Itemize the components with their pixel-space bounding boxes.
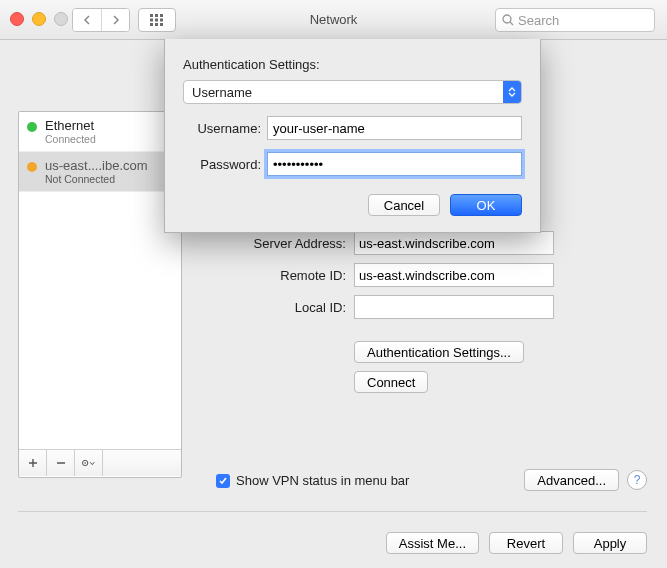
search-field[interactable]: Search: [495, 8, 655, 32]
connection-buttons: Authentication Settings... Connect: [354, 341, 647, 393]
svg-rect-1: [155, 14, 158, 17]
svg-rect-4: [155, 19, 158, 22]
server-address-label: Server Address:: [196, 236, 354, 251]
interface-name: us-east....ibe.com: [45, 158, 148, 173]
close-window-button[interactable]: [10, 12, 24, 26]
svg-rect-3: [150, 19, 153, 22]
status-dot-icon: [27, 122, 37, 132]
password-row: Password:: [183, 152, 522, 176]
local-id-row: Local ID:: [196, 295, 647, 319]
vpn-status-checkbox[interactable]: [216, 474, 230, 488]
window-title: Network: [310, 12, 358, 27]
remove-interface-button[interactable]: [47, 450, 75, 476]
help-button[interactable]: ?: [627, 470, 647, 490]
local-id-input[interactable]: [354, 295, 554, 319]
vpn-status-checkbox-row: Show VPN status in menu bar: [216, 473, 409, 488]
remote-id-label: Remote ID:: [196, 268, 354, 283]
server-address-row: Server Address:: [196, 231, 647, 255]
advanced-row: Advanced... ?: [524, 469, 647, 491]
dropdown-arrows-icon: [503, 81, 521, 103]
window: { "window": { "title": "Network" }, "sea…: [0, 0, 667, 568]
cancel-button[interactable]: Cancel: [368, 194, 440, 216]
vpn-status-label: Show VPN status in menu bar: [236, 473, 409, 488]
show-all-button[interactable]: [138, 8, 176, 32]
svg-point-12: [84, 462, 86, 464]
interface-name: Ethernet: [45, 118, 96, 133]
username-row: Username:: [183, 116, 522, 140]
grid-icon: [150, 14, 164, 26]
remote-id-row: Remote ID:: [196, 263, 647, 287]
svg-rect-5: [160, 19, 163, 22]
remote-id-input[interactable]: [354, 263, 554, 287]
password-label: Password:: [183, 157, 267, 172]
svg-line-10: [510, 22, 513, 25]
authentication-settings-sheet: Authentication Settings: Username Userna…: [164, 39, 541, 233]
search-icon: [502, 14, 514, 26]
svg-rect-7: [155, 23, 158, 26]
window-controls: [10, 12, 68, 26]
ok-button[interactable]: OK: [450, 194, 522, 216]
sheet-title: Authentication Settings:: [183, 57, 522, 72]
plus-icon: [28, 458, 38, 468]
chevron-left-icon: [83, 15, 91, 25]
svg-rect-6: [150, 23, 153, 26]
chevron-right-icon: [112, 15, 120, 25]
minimize-window-button[interactable]: [32, 12, 46, 26]
forward-button[interactable]: [101, 9, 129, 31]
local-id-label: Local ID:: [196, 300, 354, 315]
svg-point-9: [503, 15, 511, 23]
interface-status: Not Connected: [45, 173, 148, 185]
auth-method-dropdown[interactable]: Username: [183, 80, 522, 104]
minus-icon: [56, 458, 66, 468]
gear-dropdown-icon: [81, 457, 96, 469]
server-address-input[interactable]: [354, 231, 554, 255]
auth-method-selected: Username: [184, 85, 503, 100]
apply-button[interactable]: Apply: [573, 532, 647, 554]
zoom-window-button[interactable]: [54, 12, 68, 26]
assist-me-button[interactable]: Assist Me...: [386, 532, 479, 554]
svg-rect-0: [150, 14, 153, 17]
interface-list: Ethernet Connected us-east....ibe.com No…: [19, 112, 181, 449]
username-input[interactable]: [267, 116, 522, 140]
back-forward-segment: [72, 8, 130, 32]
search-placeholder: Search: [518, 13, 559, 28]
connect-button[interactable]: Connect: [354, 371, 428, 393]
bottom-button-bar: Assist Me... Revert Apply: [386, 532, 647, 554]
interface-status: Connected: [45, 133, 96, 145]
revert-button[interactable]: Revert: [489, 532, 563, 554]
interface-row-vpn[interactable]: us-east....ibe.com Not Connected: [19, 152, 181, 192]
username-label: Username:: [183, 121, 267, 136]
authentication-settings-button[interactable]: Authentication Settings...: [354, 341, 524, 363]
svg-rect-2: [160, 14, 163, 17]
password-input[interactable]: [267, 152, 522, 176]
svg-rect-8: [160, 23, 163, 26]
back-button[interactable]: [73, 9, 101, 31]
interface-row-ethernet[interactable]: Ethernet Connected: [19, 112, 181, 152]
advanced-button[interactable]: Advanced...: [524, 469, 619, 491]
checkmark-icon: [218, 476, 228, 486]
sheet-button-row: Cancel OK: [183, 194, 522, 216]
nav-toolbar: [72, 8, 176, 32]
add-interface-button[interactable]: [19, 450, 47, 476]
status-dot-icon: [27, 162, 37, 172]
interface-list-pane: Ethernet Connected us-east....ibe.com No…: [18, 111, 182, 478]
interface-action-menu[interactable]: [75, 450, 103, 476]
titlebar: Network Search: [0, 0, 667, 40]
separator: [18, 511, 647, 512]
interface-list-toolbar: [19, 449, 181, 476]
